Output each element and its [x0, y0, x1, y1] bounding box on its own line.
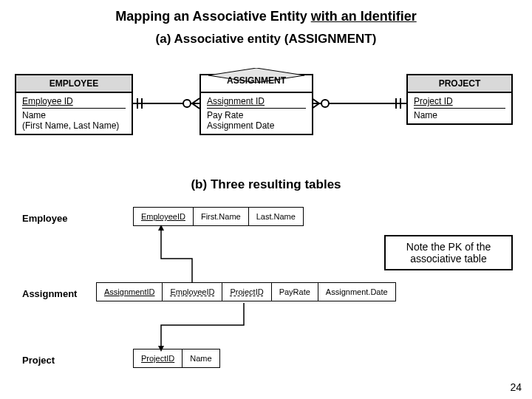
entity-employee-header: EMPLOYEE [16, 75, 132, 93]
employee-pk: Employee ID [22, 96, 126, 109]
employee-attr-composite: (First Name, Last Name) [22, 120, 126, 131]
section-b: (b) Three resulting tables [0, 177, 532, 192]
subtitle-a: (a) Associative entity (ASSIGNMENT) [0, 32, 532, 47]
title-prefix: Mapping an Associative Entity [115, 9, 310, 24]
assignment-attr-date: Assignment Date [207, 120, 306, 131]
svg-line-9 [312, 103, 319, 109]
project-attr-name: Name [414, 110, 505, 120]
entity-employee: EMPLOYEE Employee ID Name (First Name, L… [15, 74, 133, 135]
svg-line-8 [312, 98, 319, 103]
erd-diagram: EMPLOYEE Employee ID Name (First Name, L… [15, 74, 517, 170]
entity-assignment: ASSIGNMENT Assignment ID Pay Rate Assign… [200, 74, 313, 135]
entity-assignment-header: ASSIGNMENT [201, 75, 312, 86]
subtitle-b: (b) Three resulting tables [0, 177, 532, 192]
connector-assign-proj [312, 96, 406, 111]
entity-project-header: PROJECT [408, 75, 511, 93]
svg-line-6 [192, 103, 200, 109]
employee-attr-name: Name [22, 110, 126, 120]
svg-marker-13 [158, 225, 164, 231]
entity-project: PROJECT Project ID Name [406, 74, 513, 125]
title-suffix: with an Identifier [311, 9, 417, 24]
fk-arrows [22, 207, 510, 369]
relational-tables: Employee EmployeeID First.Name Last.Name… [22, 207, 510, 369]
note-box: Note the PK of the associative table [384, 235, 513, 270]
page-title: Mapping an Associative Entity with an Id… [0, 9, 532, 24]
svg-line-5 [192, 98, 200, 103]
svg-point-4 [183, 100, 191, 107]
connector-emp-assign [132, 96, 200, 111]
assignment-attr-payrate: Pay Rate [207, 110, 306, 120]
page-number: 24 [510, 381, 522, 393]
svg-marker-14 [158, 346, 164, 352]
project-pk: Project ID [414, 96, 505, 109]
assignment-pk: Assignment ID [207, 96, 306, 109]
svg-point-10 [321, 100, 329, 107]
